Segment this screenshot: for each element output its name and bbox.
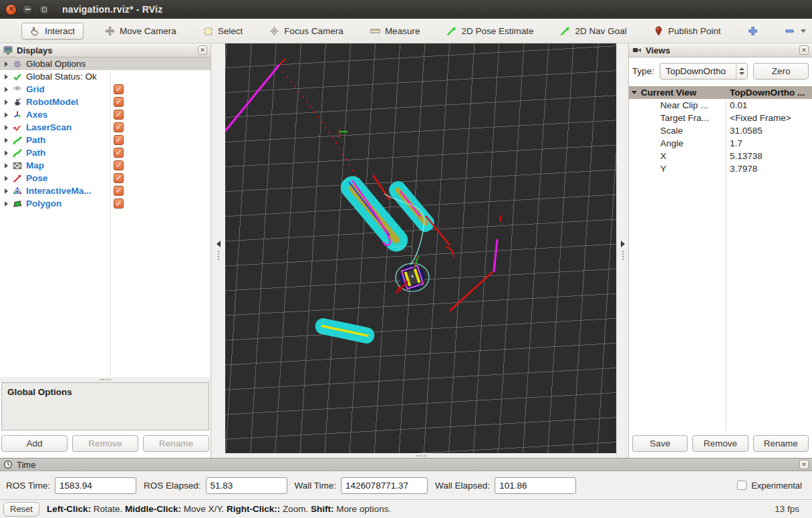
minimize-icon bbox=[25, 9, 31, 10]
display-row[interactable]: Pose✓ bbox=[0, 172, 211, 184]
property-name: Near Clip ... bbox=[629, 100, 726, 110]
enabled-checkbox[interactable]: ✓ bbox=[114, 160, 124, 170]
enabled-checkbox[interactable]: ✓ bbox=[114, 110, 124, 120]
view-property-row[interactable]: Near Clip ...0.01 bbox=[629, 99, 812, 112]
display-row[interactable]: Grid✓ bbox=[0, 83, 211, 96]
view-type-select[interactable]: TopDownOrtho bbox=[660, 63, 748, 80]
enabled-checkbox[interactable]: ✓ bbox=[114, 186, 124, 196]
laser-segment bbox=[446, 247, 454, 257]
expander-icon[interactable] bbox=[5, 176, 8, 181]
enabled-checkbox[interactable]: ✓ bbox=[114, 199, 124, 209]
expander-icon[interactable] bbox=[5, 100, 8, 105]
enabled-checkbox[interactable]: ✓ bbox=[114, 97, 124, 107]
titlebar: ✕ navigation.rviz* - RViz bbox=[0, 0, 812, 19]
save-button[interactable]: Save bbox=[632, 435, 688, 452]
display-row[interactable]: Map✓ bbox=[0, 159, 211, 172]
tool-label: Measure bbox=[385, 26, 420, 36]
close-icon[interactable]: ✕ bbox=[198, 45, 207, 55]
expander-icon[interactable] bbox=[5, 150, 8, 156]
reset-button[interactable]: Reset bbox=[3, 502, 39, 517]
tool-remove-tool[interactable] bbox=[779, 23, 811, 39]
displays-panel-header[interactable]: Displays ✕ bbox=[0, 43, 211, 57]
tool-measure[interactable]: Measure bbox=[365, 23, 426, 39]
view-type-value: TopDownOrtho bbox=[666, 66, 736, 76]
expander-icon[interactable] bbox=[5, 74, 8, 80]
close-icon[interactable]: ✕ bbox=[799, 45, 809, 55]
display-row[interactable]: Axes✓ bbox=[0, 108, 211, 121]
zero-button[interactable]: Zero bbox=[753, 63, 809, 80]
expander-icon[interactable] bbox=[5, 201, 8, 207]
expander-open-icon[interactable] bbox=[632, 91, 637, 94]
right-panel-splitter[interactable] bbox=[616, 43, 628, 458]
display-row[interactable]: Global Options bbox=[0, 57, 211, 70]
views-panel-header[interactable]: Views ✕ bbox=[629, 43, 812, 57]
enabled-checkbox[interactable]: ✓ bbox=[114, 135, 124, 145]
minimize-window-button[interactable] bbox=[22, 4, 33, 15]
rename-button[interactable]: Rename bbox=[753, 435, 809, 452]
display-row-label: Global Options bbox=[26, 59, 86, 69]
close-window-button[interactable]: ✕ bbox=[5, 4, 17, 15]
views-tree: Current View TopDownOrtho ... Near Clip … bbox=[629, 86, 812, 430]
left-panel-splitter[interactable] bbox=[211, 43, 225, 458]
enabled-checkbox[interactable]: ✓ bbox=[114, 122, 124, 132]
time-fields: ROS Time:ROS Elapsed:Wall Time:Wall Elap… bbox=[6, 477, 576, 494]
tool-move-camera[interactable]: Move Camera bbox=[100, 23, 182, 39]
expander-icon[interactable] bbox=[5, 188, 8, 194]
maximize-window-button[interactable] bbox=[39, 4, 50, 15]
current-view-header[interactable]: Current View TopDownOrtho ... bbox=[629, 86, 812, 99]
view-property-row[interactable]: X5.13738 bbox=[629, 150, 812, 162]
measure-icon bbox=[370, 26, 380, 36]
view-property-row[interactable]: Y3.7978 bbox=[629, 162, 812, 175]
display-row[interactable]: Polygon✓ bbox=[0, 197, 211, 210]
property-name: Target Fra... bbox=[629, 113, 726, 123]
tool-2d-nav-goal[interactable]: 2D Nav Goal bbox=[555, 23, 632, 39]
viewport-bottom-splitter[interactable] bbox=[225, 453, 616, 458]
view-property-row[interactable]: Scale31.0585 bbox=[629, 124, 812, 137]
tool-2d-pose-estimate[interactable]: 2D Pose Estimate bbox=[441, 23, 539, 39]
3d-scene-overlay bbox=[225, 43, 616, 453]
render-view[interactable] bbox=[225, 43, 616, 453]
remove-button[interactable]: Remove bbox=[692, 435, 748, 452]
view-property-row[interactable]: Angle1.7 bbox=[629, 137, 812, 150]
close-icon[interactable]: ✕ bbox=[799, 460, 809, 469]
tool-select[interactable]: Select bbox=[198, 23, 249, 39]
tool-interact[interactable]: Interact bbox=[21, 23, 84, 39]
view-property-row[interactable]: Target Fra...<Fixed Frame> bbox=[629, 112, 812, 124]
collapse-left-icon[interactable] bbox=[217, 241, 221, 247]
enabled-checkbox[interactable]: ✓ bbox=[114, 148, 124, 158]
display-row[interactable]: Global Status: Ok bbox=[0, 70, 211, 83]
rviz-window: ✕ navigation.rviz* - RViz InteractMove C… bbox=[0, 0, 812, 518]
display-row[interactable]: RobotModel✓ bbox=[0, 96, 211, 108]
ros-time-label: ROS Time: bbox=[6, 481, 50, 491]
display-row[interactable]: InteractiveMa...✓ bbox=[0, 184, 211, 197]
display-row-label: Map bbox=[26, 160, 44, 170]
wall-elapsed-input[interactable] bbox=[495, 477, 576, 494]
time-panel-header[interactable]: Time ✕ bbox=[0, 459, 812, 471]
enabled-checkbox[interactable]: ✓ bbox=[114, 84, 124, 94]
tool-publish-point[interactable]: Publish Point bbox=[648, 23, 726, 39]
ros-elapsed-input[interactable] bbox=[206, 477, 287, 494]
remove-button[interactable]: Remove bbox=[72, 435, 138, 452]
ros-time-input[interactable] bbox=[55, 477, 136, 494]
enabled-checkbox[interactable]: ✓ bbox=[114, 173, 124, 183]
display-row[interactable]: Path✓ bbox=[0, 134, 211, 146]
tool-add-tool[interactable] bbox=[742, 23, 763, 39]
experimental-checkbox[interactable] bbox=[737, 481, 747, 490]
wall-time-input[interactable] bbox=[341, 477, 428, 494]
expander-icon[interactable] bbox=[5, 112, 8, 118]
expander-icon[interactable] bbox=[5, 87, 8, 92]
collapse-right-icon[interactable] bbox=[621, 241, 625, 247]
rename-button[interactable]: Rename bbox=[143, 435, 209, 452]
expander-icon[interactable] bbox=[5, 138, 8, 143]
tool-focus-camera[interactable]: Focus Camera bbox=[264, 23, 349, 39]
display-row[interactable]: Path✓ bbox=[0, 146, 211, 159]
chevron-down-icon[interactable] bbox=[801, 29, 806, 33]
expander-icon[interactable] bbox=[5, 163, 8, 168]
add-button[interactable]: Add bbox=[1, 435, 67, 452]
spinner-arrows-icon[interactable] bbox=[736, 63, 747, 79]
displays-splitter[interactable] bbox=[0, 377, 211, 382]
expander-icon[interactable] bbox=[5, 61, 8, 67]
status-bar: Reset Left-Click: Rotate. Middle-Click: … bbox=[0, 499, 812, 518]
expander-icon[interactable] bbox=[5, 125, 8, 130]
display-row[interactable]: LaserScan✓ bbox=[0, 121, 211, 134]
